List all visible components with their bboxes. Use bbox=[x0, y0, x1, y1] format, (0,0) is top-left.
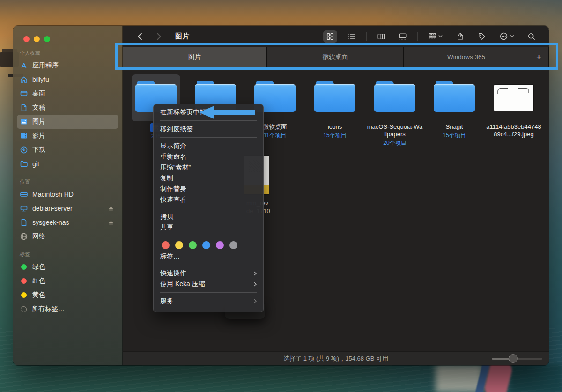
eject-icon[interactable] bbox=[107, 219, 115, 226]
sidebar-item-label: 黄色 bbox=[32, 291, 45, 299]
toolbar-buttons bbox=[323, 30, 539, 43]
sidebar-item-git[interactable]: git bbox=[17, 157, 118, 171]
menu-item-label: 快速操作 bbox=[160, 269, 186, 278]
list-view-button[interactable] bbox=[345, 30, 359, 43]
menu-item-tags[interactable]: 标签… bbox=[154, 251, 263, 262]
toolbar-divider bbox=[417, 32, 418, 41]
icon-size-slider[interactable] bbox=[492, 358, 542, 360]
sidebar-item-label: 图片 bbox=[32, 118, 45, 126]
sidebar-item-label: git bbox=[32, 160, 39, 168]
menu-item-share[interactable]: 共享… bbox=[154, 222, 263, 233]
sidebar-item-label: 红色 bbox=[32, 277, 45, 285]
menu-item-move-to-trash[interactable]: 移到废纸篓 bbox=[154, 124, 263, 134]
sidebar-item-label: sysgeek-nas bbox=[32, 219, 69, 226]
pictures-icon bbox=[20, 118, 28, 126]
file-image-jpeg[interactable]: a1114fa5b3eb4474889c4...f29.jpeg bbox=[485, 74, 543, 138]
share-button[interactable] bbox=[453, 30, 467, 43]
sidebar-item-label: 绿色 bbox=[32, 263, 45, 271]
annotation-arrow-icon bbox=[196, 104, 257, 121]
menu-separator bbox=[160, 236, 257, 236]
menu-item-duplicate[interactable]: 复制 bbox=[154, 173, 263, 184]
more-actions-button[interactable] bbox=[496, 30, 517, 43]
back-button[interactable] bbox=[135, 31, 145, 42]
menu-separator bbox=[160, 265, 257, 265]
zoom-button[interactable] bbox=[44, 36, 50, 42]
menu-item-label: 制作替身 bbox=[160, 185, 186, 193]
home-icon bbox=[20, 75, 28, 84]
submenu-chevron-icon bbox=[253, 299, 258, 303]
network-icon bbox=[20, 232, 28, 241]
folder-icon bbox=[374, 81, 415, 112]
menu-item-get-info[interactable]: 显示简介 bbox=[154, 141, 263, 151]
minimize-button[interactable] bbox=[34, 36, 40, 42]
menu-item-copy[interactable]: 拷贝 bbox=[154, 211, 263, 222]
menu-separator bbox=[160, 137, 257, 138]
tag-purple[interactable] bbox=[216, 241, 224, 249]
sidebar-item-label: 应用程序 bbox=[32, 61, 59, 70]
sidebar-item-documents[interactable]: 文稿 bbox=[17, 101, 118, 115]
status-text: 选择了 1 项 (共 9 项)，154.68 GB 可用 bbox=[283, 355, 388, 363]
sidebar-item-debian-server[interactable]: debian-server bbox=[17, 201, 118, 215]
all-tags-icon bbox=[21, 306, 27, 312]
sidebar-item-applications[interactable]: 应用程序 bbox=[17, 59, 118, 73]
menu-item-make-alias[interactable]: 制作替身 bbox=[154, 184, 263, 194]
tag-yellow[interactable] bbox=[175, 241, 183, 249]
sidebar-item-macintosh-hd[interactable]: Macintosh HD bbox=[17, 187, 118, 201]
share-icon bbox=[456, 32, 465, 41]
gallery-view-button[interactable] bbox=[396, 30, 410, 43]
hard-drive-icon bbox=[20, 190, 28, 199]
file-name: icons bbox=[306, 123, 364, 131]
tag-button[interactable] bbox=[475, 30, 489, 43]
icon-view-button[interactable] bbox=[323, 30, 337, 43]
sidebar-item-downloads[interactable]: 下载 bbox=[17, 143, 118, 157]
sidebar-item-sysgeek-nas[interactable]: sysgeek-nas bbox=[17, 215, 118, 229]
search-icon bbox=[527, 32, 536, 41]
desktop-icon bbox=[20, 89, 28, 98]
sidebar-item-tag-yellow[interactable]: 黄色 bbox=[17, 288, 118, 302]
menu-item-services[interactable]: 服务 bbox=[154, 296, 263, 306]
grid-view-icon bbox=[326, 32, 334, 41]
tag-gray[interactable] bbox=[229, 241, 237, 249]
sidebar-item-tag-green[interactable]: 绿色 bbox=[17, 260, 118, 274]
sidebar-item-label: 下载 bbox=[32, 146, 45, 154]
forward-button[interactable] bbox=[154, 31, 164, 42]
menu-item-rename[interactable]: 重新命名 bbox=[154, 151, 263, 162]
file-folder-snagit[interactable]: Snagit 15个项目 bbox=[425, 74, 483, 140]
menu-item-compress[interactable]: 压缩“素材” bbox=[154, 162, 263, 173]
tag-icon bbox=[478, 32, 486, 41]
sidebar-item-all-tags[interactable]: 所有标签… bbox=[17, 302, 118, 316]
gallery-view-icon bbox=[399, 32, 407, 41]
eject-icon[interactable] bbox=[107, 205, 115, 212]
menu-item-quick-actions[interactable]: 快速操作 bbox=[154, 268, 263, 279]
tag-red[interactable] bbox=[162, 241, 170, 249]
sidebar-item-desktop[interactable]: 桌面 bbox=[17, 87, 118, 101]
file-count: 15个项目 bbox=[306, 132, 364, 140]
group-view-button[interactable] bbox=[425, 30, 446, 43]
submenu-chevron-icon bbox=[253, 282, 258, 287]
menu-item-label: 快速查看 bbox=[160, 196, 186, 204]
file-name: Snagit bbox=[425, 123, 483, 131]
sidebar-item-network[interactable]: 网络 bbox=[17, 229, 118, 244]
sidebar-item-tag-red[interactable]: 红色 bbox=[17, 274, 118, 288]
menu-item-label: 移到废纸篓 bbox=[160, 125, 193, 133]
menu-separator bbox=[160, 292, 257, 293]
file-count: 20个项目 bbox=[366, 139, 424, 147]
close-button[interactable] bbox=[23, 36, 30, 42]
sidebar-item-movies[interactable]: 影片 bbox=[17, 129, 118, 143]
group-view-icon bbox=[428, 32, 436, 41]
tag-green[interactable] bbox=[189, 241, 197, 249]
chevron-down-icon bbox=[438, 34, 443, 39]
search-button[interactable] bbox=[525, 30, 539, 43]
file-folder-icons[interactable]: icons 15个项目 bbox=[306, 74, 364, 140]
sidebar-item-home[interactable]: billyfu bbox=[17, 73, 118, 87]
menu-item-label: 重新命名 bbox=[160, 153, 186, 161]
slider-knob[interactable] bbox=[509, 354, 518, 363]
finder-window: 个人收藏 应用程序 billyfu 桌面 文稿 图片 影片 下载 bbox=[13, 26, 549, 365]
menu-item-quick-look[interactable]: 快速查看 bbox=[154, 194, 263, 205]
menu-item-label: 复制 bbox=[160, 174, 173, 183]
tag-blue[interactable] bbox=[202, 241, 210, 249]
menu-item-keka-compress[interactable]: 使用 Keka 压缩 bbox=[154, 279, 263, 289]
file-folder-sequoia-wallpapers[interactable]: macOS-Sequoia-Wallpapers 20个项目 bbox=[366, 74, 424, 147]
sidebar-item-pictures[interactable]: 图片 bbox=[17, 115, 118, 129]
column-view-button[interactable] bbox=[374, 30, 388, 43]
